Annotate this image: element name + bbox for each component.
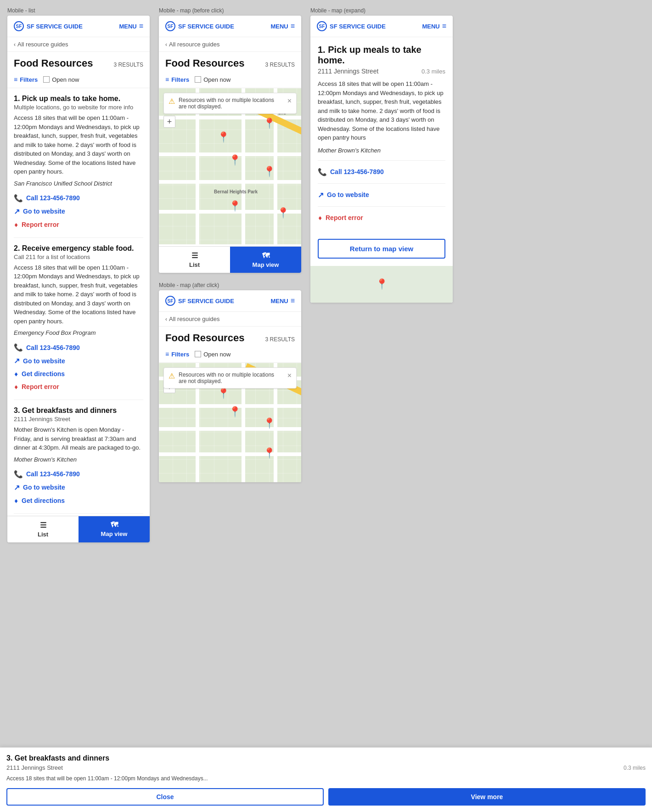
map-pin-6[interactable]: 📍 (277, 207, 289, 219)
page-header: Food Resources 3 RESULTS (7, 52, 150, 73)
zoom-in-button[interactable]: + (163, 116, 175, 128)
map-after-warning: ⚠ Resources with no or multiple location… (163, 367, 297, 389)
map-peek-area: 📍 (310, 266, 453, 303)
map-after-open-now[interactable]: Open now (195, 351, 230, 358)
map-pin-3[interactable]: 📍 (229, 154, 241, 166)
directions-icon-2: ⬧ (14, 370, 18, 378)
map-road (159, 427, 301, 431)
open-now-checkbox[interactable] (43, 76, 50, 83)
menu-button[interactable]: MENU ≡ (119, 22, 143, 30)
resource-2-directions[interactable]: ⬧ Get directions (14, 367, 143, 380)
resource-1-number: 1. (14, 95, 20, 102)
resource-1-report[interactable]: ⬧ Report error (14, 218, 143, 231)
resource-item-3: 3. Get breakfasts and dinners 2111 Jenni… (14, 400, 143, 514)
map-pin-5[interactable]: 📍 (229, 200, 241, 212)
map-after-filters-row: ≡ Filters Open now (159, 348, 301, 363)
resource-3-directions-text: Get directions (22, 497, 65, 504)
map-pin-1[interactable]: 📍 (217, 131, 230, 143)
expand-distance: 0.3 miles (422, 68, 445, 75)
filters-label: Filters (20, 76, 38, 83)
expand-logo-text: SF SERVICE GUIDE (330, 23, 386, 30)
expand-website[interactable]: ↗ Go to website (318, 188, 445, 202)
app-header: SF SF SERVICE GUIDE MENU ≡ (7, 16, 150, 37)
resource-1-call[interactable]: 📞 Call 123-456-7890 (14, 192, 143, 205)
map-label-bernal: Bernal Heights Park (214, 189, 258, 194)
expand-call[interactable]: 📞 Call 123-456-7890 (318, 165, 445, 179)
map-before-open-now[interactable]: Open now (195, 76, 230, 83)
map-before-checkbox[interactable] (195, 76, 201, 83)
expand-menu[interactable]: MENU ≡ (422, 22, 446, 30)
map-icon: 🗺 (111, 521, 118, 529)
map-before-menu-label: MENU (270, 23, 288, 30)
map-before-page-header: Food Resources 3 RESULTS (159, 52, 301, 73)
map-before-list-icon: ☰ (191, 251, 198, 260)
map-before-results: 3 RESULTS (265, 62, 295, 68)
resource-1-title-text: Pick up meals to take home. (22, 95, 120, 102)
expand-addr-row: 2111 Jennings Street 0.3 miles (318, 68, 445, 75)
map-after-filter-icon: ≡ (165, 350, 169, 358)
map-before-menu[interactable]: MENU ≡ (270, 22, 295, 30)
warning-close-after[interactable]: × (287, 372, 292, 380)
map-before-tab-list[interactable]: ☰ List (159, 247, 230, 273)
map-before-filters-btn[interactable]: ≡ Filters (165, 76, 189, 83)
external-link-icon-2: ↗ (14, 356, 20, 365)
screen-label-map-expand: Mobile - map (expand) (310, 7, 453, 14)
resource-3-call[interactable]: 📞 Call 123-456-7890 (14, 468, 143, 481)
resource-2-report[interactable]: ⬧ Report error (14, 380, 143, 393)
map-before-back[interactable]: ‹ All resource guides (159, 37, 301, 52)
map-after-back[interactable]: ‹ All resource guides (159, 312, 301, 327)
expand-org: Mother Brown's Kitchen (318, 147, 445, 154)
warning-text-after: Resources with no or multiple locations … (179, 372, 284, 384)
back-link[interactable]: ‹ All resource guides (7, 37, 150, 52)
map-after-filters-label: Filters (171, 351, 189, 358)
map-after-filters-btn[interactable]: ≡ Filters (165, 350, 189, 358)
map-pin-4[interactable]: 📍 (263, 166, 275, 178)
tab-list[interactable]: ☰ List (7, 516, 79, 542)
map-before-title: Food Resources (165, 57, 244, 69)
map-before-tab-map[interactable]: 🗺 Map view (230, 247, 301, 273)
resource-2-website-text: Go to website (23, 357, 65, 365)
list-icon: ☰ (40, 521, 46, 530)
map-pin-after-1[interactable]: 📍 (217, 388, 230, 400)
resource-2-call-text: Call 123-456-7890 (26, 344, 80, 351)
map-pin-after-5[interactable]: 📍 (263, 447, 275, 459)
expand-hamburger-icon: ≡ (442, 22, 446, 30)
resource-1-report-text: Report error (22, 221, 59, 228)
warning-close-button[interactable]: × (287, 97, 292, 105)
phone-icon-2: 📞 (14, 343, 23, 352)
resource-3-number: 3. (14, 406, 20, 414)
map-before-header: SF SF SERVICE GUIDE MENU ≡ (159, 16, 301, 37)
resource-2-website[interactable]: ↗ Go to website (14, 354, 143, 367)
expand-address: 2111 Jennings Street (318, 68, 378, 75)
resource-3-website-text: Go to website (23, 484, 65, 491)
resource-3-directions[interactable]: ⬧ Get directions (14, 494, 143, 507)
map-area-before[interactable]: MISSION DISTRICT POTRERO HILL Bernal Hei… (159, 88, 301, 244)
filters-button[interactable]: ≡ Filters (14, 76, 38, 83)
map-after-menu[interactable]: MENU ≡ (270, 297, 295, 305)
resource-2-org: Emergency Food Box Program (14, 329, 143, 336)
resource-2-desc: Access 18 sites that will be open 11:00a… (14, 263, 143, 326)
tab-map[interactable]: 🗺 Map view (79, 516, 150, 542)
page-title: Food Resources (14, 57, 93, 69)
map-before-filter-icon: ≡ (165, 76, 169, 83)
expand-report[interactable]: ⬧ Report error (318, 211, 445, 224)
resource-2-title: 2. Receive emergency stable food. (14, 244, 143, 253)
map-before-back-text: All resource guides (169, 41, 220, 48)
resource-3-website[interactable]: ↗ Go to website (14, 481, 143, 494)
open-now-checkbox-label[interactable]: Open now (43, 76, 79, 83)
resource-1-website[interactable]: ↗ Go to website (14, 205, 143, 218)
filter-icon: ≡ (14, 76, 17, 83)
resource-2-subtitle: Call 211 for a list of locations (14, 254, 143, 260)
map-pin-after-3[interactable]: 📍 (229, 406, 241, 418)
map-pin-after-4[interactable]: 📍 (263, 417, 275, 429)
map-area-after[interactable]: MISSION DISTRICT POTRERO HILL 101 📍 📍 📍 … (159, 363, 301, 482)
map-after-checkbox[interactable] (195, 351, 201, 357)
map-before-tab-bar: ☰ List 🗺 Map view (159, 246, 301, 273)
map-before-hamburger-icon: ≡ (291, 22, 295, 30)
map-pin-2[interactable]: 📍 (263, 118, 275, 130)
map-before-filters-label: Filters (171, 76, 189, 83)
resource-2-call[interactable]: 📞 Call 123-456-7890 (14, 341, 143, 354)
return-to-map-button[interactable]: Return to map view (318, 239, 445, 259)
map-before-logo: SF SF SERVICE GUIDE (165, 21, 234, 31)
map-road (159, 180, 301, 184)
